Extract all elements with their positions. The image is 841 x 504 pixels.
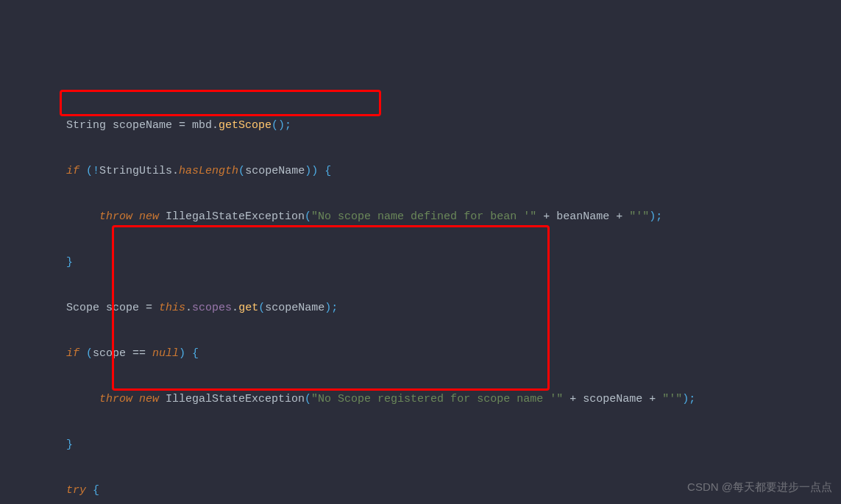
code-editor[interactable]: String scopeName = mbd.getScope(); if (!… <box>0 91 841 504</box>
code-line: String scopeName = mbd.getScope(); <box>0 114 841 137</box>
code-line: if (scope == null) { <box>0 342 841 365</box>
code-line: throw new IllegalStateException("No scop… <box>0 205 841 228</box>
watermark: CSDN @每天都要进步一点点 <box>687 475 832 498</box>
code-line: } <box>0 251 841 274</box>
code-line: Scope scope = this.scopes.get(scopeName)… <box>0 297 841 319</box>
code-line: if (!StringUtils.hasLength(scopeName)) { <box>0 160 841 182</box>
code-line: throw new IllegalStateException("No Scop… <box>0 388 841 411</box>
code-line: } <box>0 433 841 456</box>
